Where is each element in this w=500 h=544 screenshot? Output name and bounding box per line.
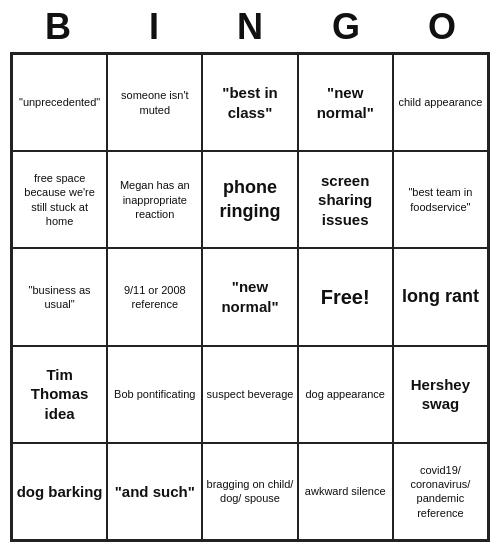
- bingo-cell: suspect beverage: [202, 346, 297, 443]
- bingo-cell: Hershey swag: [393, 346, 488, 443]
- bingo-title: BINGO: [10, 0, 490, 52]
- bingo-cell: screen sharing issues: [298, 151, 393, 248]
- bingo-cell: "new normal": [202, 248, 297, 345]
- bingo-cell: phone ringing: [202, 151, 297, 248]
- bingo-cell: dog barking: [12, 443, 107, 540]
- bingo-cell: "best team in foodservice": [393, 151, 488, 248]
- bingo-letter: O: [402, 6, 482, 48]
- bingo-letter: B: [18, 6, 98, 48]
- bingo-cell: long rant: [393, 248, 488, 345]
- bingo-cell: covid19/ coronavirus/ pandemic reference: [393, 443, 488, 540]
- bingo-cell: "and such": [107, 443, 202, 540]
- bingo-cell: 9/11 or 2008 reference: [107, 248, 202, 345]
- bingo-cell: child appearance: [393, 54, 488, 151]
- bingo-cell: dog appearance: [298, 346, 393, 443]
- bingo-cell: "best in class": [202, 54, 297, 151]
- bingo-cell: Megan has an inappropriate reaction: [107, 151, 202, 248]
- bingo-cell: awkward silence: [298, 443, 393, 540]
- bingo-cell: "business as usual": [12, 248, 107, 345]
- bingo-grid: "unprecedented"someone isn't muted"best …: [10, 52, 490, 542]
- bingo-cell: Bob pontificating: [107, 346, 202, 443]
- bingo-cell: Tim Thomas idea: [12, 346, 107, 443]
- bingo-cell: Free!: [298, 248, 393, 345]
- bingo-letter: I: [114, 6, 194, 48]
- bingo-letter: N: [210, 6, 290, 48]
- bingo-cell: "new normal": [298, 54, 393, 151]
- bingo-cell: free space because we're still stuck at …: [12, 151, 107, 248]
- bingo-cell: "unprecedented": [12, 54, 107, 151]
- bingo-cell: bragging on child/ dog/ spouse: [202, 443, 297, 540]
- bingo-letter: G: [306, 6, 386, 48]
- bingo-cell: someone isn't muted: [107, 54, 202, 151]
